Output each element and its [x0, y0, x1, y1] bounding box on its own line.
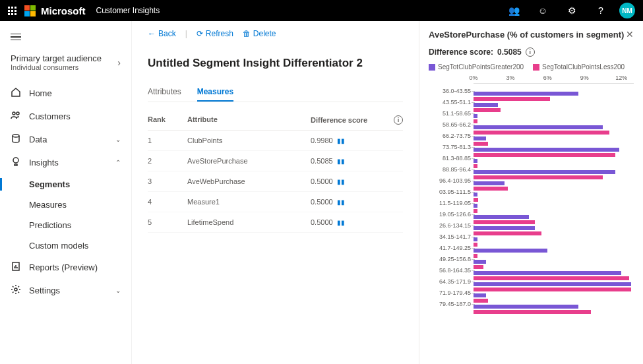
cell-attribute: Measure1 — [187, 198, 311, 206]
audience-title: Primary target audience — [11, 53, 102, 63]
sidebar-item-customers[interactable]: Customers — [0, 105, 131, 128]
cell-rank: 2 — [148, 157, 187, 165]
back-button[interactable]: ←Back — [148, 29, 176, 38]
cell-rank: 3 — [148, 177, 187, 185]
table-row[interactable]: 2AveStorePurchase0.5085 ▮▮ — [148, 151, 403, 171]
sidebar-item-insights[interactable]: Insights⌃ — [0, 151, 131, 174]
info-icon[interactable]: i — [526, 47, 535, 57]
chart-icon[interactable]: ▮▮ — [337, 198, 345, 206]
cell-rank: 4 — [148, 198, 187, 206]
chart-icon[interactable]: ▮▮ — [337, 178, 345, 185]
chart-bar-row: 19.05-126.6 — [429, 208, 634, 220]
settings-gear-icon[interactable]: ⚙ — [561, 5, 582, 16]
bar-series-a — [474, 271, 621, 275]
refresh-icon: ⟳ — [197, 29, 203, 38]
legend-swatch-b — [533, 64, 539, 71]
sidebar-item-custom-models[interactable]: Custom models — [0, 235, 131, 256]
chart-bar-row: 88.85-96.4 — [429, 164, 634, 175]
bar-series-b — [474, 288, 631, 291]
hamburger-menu-icon[interactable] — [11, 34, 21, 41]
nav-label: Data — [29, 135, 47, 144]
bar-category-label: 71.9-179.45 — [429, 289, 474, 296]
close-panel-button[interactable]: ✕ — [626, 29, 634, 40]
svg-point-3 — [13, 158, 18, 163]
diff-score-label: Difference score: — [429, 47, 493, 57]
bar-series-b — [474, 131, 609, 135]
bar-category-label: 79.45-187.0 — [429, 301, 474, 307]
cell-attribute: ClubPoints — [187, 136, 311, 144]
home-icon — [11, 87, 21, 100]
bar-series-b — [474, 187, 508, 191]
bar-category-label: 81.3-88.85 — [429, 155, 474, 162]
bar-series-a — [474, 170, 615, 174]
table-row[interactable]: 3AveWebPurchase0.5000 ▮▮ — [148, 171, 403, 192]
svg-point-5 — [15, 288, 17, 291]
table-row[interactable]: 5LifetimeSpend0.5000 ▮▮ — [148, 212, 403, 233]
bar-category-label: 41.7-149.25 — [429, 245, 474, 251]
bar-series-b — [474, 97, 550, 101]
bar-series-a — [474, 103, 498, 107]
bar-series-a — [474, 282, 631, 286]
bar-series-b — [474, 108, 501, 112]
bar-series-b — [474, 310, 591, 314]
bar-series-a — [474, 114, 477, 118]
bar-category-label: 19.05-126.6 — [429, 211, 474, 218]
audience-selector[interactable]: Primary target audience Individual consu… — [0, 48, 131, 82]
diff-score-value: 0.5085 — [497, 47, 522, 57]
chart-bar-row: 11.5-119.05 — [429, 197, 634, 208]
command-separator: | — [185, 29, 187, 38]
help-icon[interactable]: ? — [590, 5, 611, 16]
chevron-up-icon: ⌃ — [115, 159, 121, 166]
table-row[interactable]: 4Measure10.5000 ▮▮ — [148, 192, 403, 212]
back-arrow-icon: ← — [148, 29, 156, 38]
legend-b: SegTotalClubPointsLess200 — [542, 63, 625, 71]
bar-series-a — [474, 193, 477, 197]
bar-series-a — [474, 204, 477, 208]
user-avatar[interactable]: NM — [619, 3, 635, 18]
bar-series-b — [474, 276, 629, 280]
trash-icon: 🗑 — [243, 29, 251, 38]
info-icon[interactable]: i — [394, 115, 403, 125]
nav-label: Predictions — [29, 220, 71, 230]
bar-series-a — [474, 148, 619, 152]
team-icon[interactable]: 👥 — [503, 5, 524, 16]
sidebar-item-measures[interactable]: Measures — [0, 195, 131, 215]
page-title: Untitled Segment Insight Differentiator … — [148, 57, 403, 70]
bar-series-a — [474, 226, 535, 230]
bar-category-label: 43.55-51.1 — [429, 99, 474, 106]
bar-series-b — [474, 153, 615, 157]
bar-series-a — [474, 260, 486, 264]
chart-bar-row: 03.95-111.5 — [429, 186, 634, 197]
bar-series-a — [474, 136, 486, 140]
bar-series-a — [474, 181, 505, 185]
refresh-button[interactable]: ⟳Refresh — [197, 29, 233, 38]
chart-icon[interactable]: ▮▮ — [337, 158, 345, 165]
chart-icon[interactable]: ▮▮ — [337, 219, 345, 226]
tab-measures[interactable]: Measures — [197, 83, 233, 102]
table-row[interactable]: 1ClubPoints0.9980 ▮▮ — [148, 131, 403, 151]
sidebar-item-segments[interactable]: Segments — [0, 174, 131, 195]
sidebar-item-predictions[interactable]: Predictions — [0, 215, 131, 235]
sidebar-item-settings[interactable]: Settings⌄ — [0, 279, 131, 302]
bar-series-a — [474, 92, 578, 96]
bar-category-label: 66.2-73.75 — [429, 133, 474, 139]
delete-button[interactable]: 🗑Delete — [243, 29, 276, 38]
chart-bar-row: 73.75-81.3 — [429, 141, 634, 152]
chart-icon[interactable]: ▮▮ — [337, 137, 345, 144]
chart-bar-row: 79.45-187.0 — [429, 298, 634, 309]
sidebar-item-reports-preview-[interactable]: Reports (Preview) — [0, 256, 131, 279]
sidebar-item-home[interactable]: Home — [0, 82, 131, 105]
svg-point-1 — [16, 112, 19, 115]
audience-subtitle: Individual consumers — [11, 63, 102, 71]
sidebar-item-data[interactable]: Data⌄ — [0, 128, 131, 151]
cell-rank: 1 — [148, 136, 187, 144]
tab-attributes[interactable]: Attributes — [148, 83, 181, 102]
app-launcher-icon[interactable] — [8, 7, 16, 15]
chart-bar-row: 49.25-156.8 — [429, 253, 634, 264]
chart-bar-row: 56.8-164.35 — [429, 264, 634, 276]
axis-tick: 9% — [580, 75, 589, 81]
axis-tick: 6% — [543, 75, 552, 81]
col-attribute: Attribute — [187, 115, 311, 125]
smile-feedback-icon[interactable]: ☺ — [532, 5, 553, 16]
bar-series-a — [474, 215, 529, 219]
